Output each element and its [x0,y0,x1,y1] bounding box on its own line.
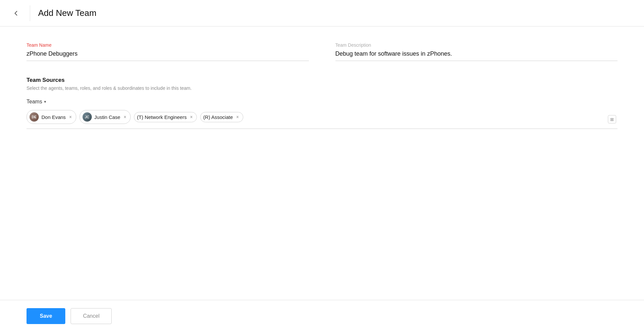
teams-dropdown[interactable]: Teams ▾ [27,99,46,105]
team-name-value[interactable]: zPhone Debuggers [27,50,309,61]
tag-don-evans: DE Don Evans × [27,110,76,124]
tag-justin-case: JC Justin Case × [80,110,131,124]
tag-label-network-engineers: (T) Network Engineers [137,114,187,120]
team-sources-title: Team Sources [27,77,617,83]
remove-network-engineers-button[interactable]: × [190,115,193,119]
clear-all-button[interactable]: ⊠ [608,115,616,124]
main-content: Team Name zPhone Debuggers Team Descript… [0,27,644,300]
team-name-label: Team Name [27,42,309,48]
fields-row: Team Name zPhone Debuggers Team Descript… [27,42,617,61]
tags-container: DE Don Evans × JC Justin Case × (T) Netw… [27,110,617,129]
tag-label-don-evans: Don Evans [41,114,66,120]
tag-label-associate: (R) Associate [203,114,233,120]
clear-all-icon: ⊠ [610,117,614,122]
save-button[interactable]: Save [27,308,65,324]
remove-associate-button[interactable]: × [236,115,239,119]
remove-don-evans-button[interactable]: × [69,115,72,119]
tag-associate: (R) Associate × [200,112,243,122]
page-title: Add New Team [38,8,96,18]
header-divider [30,5,30,21]
team-description-value[interactable]: Debug team for software issues in zPhone… [335,50,618,61]
teams-dropdown-label: Teams [27,99,42,105]
tag-label-justin-case: Justin Case [94,114,120,120]
back-button[interactable] [11,8,22,19]
team-description-group: Team Description Debug team for software… [335,42,618,61]
cancel-button[interactable]: Cancel [71,308,112,324]
team-description-label: Team Description [335,42,618,48]
avatar-justin-case: JC [83,112,92,122]
app-container: Add New Team Team Name zPhone Debuggers … [0,0,644,332]
avatar-don-evans: DE [29,112,39,122]
team-name-group: Team Name zPhone Debuggers [27,42,309,61]
footer: Save Cancel [0,300,644,332]
remove-justin-case-button[interactable]: × [124,115,126,119]
tag-network-engineers: (T) Network Engineers × [134,112,197,122]
team-sources-description: Select the agents, teams, roles, and rol… [27,85,617,91]
header: Add New Team [0,0,644,27]
chevron-down-icon: ▾ [44,99,46,104]
